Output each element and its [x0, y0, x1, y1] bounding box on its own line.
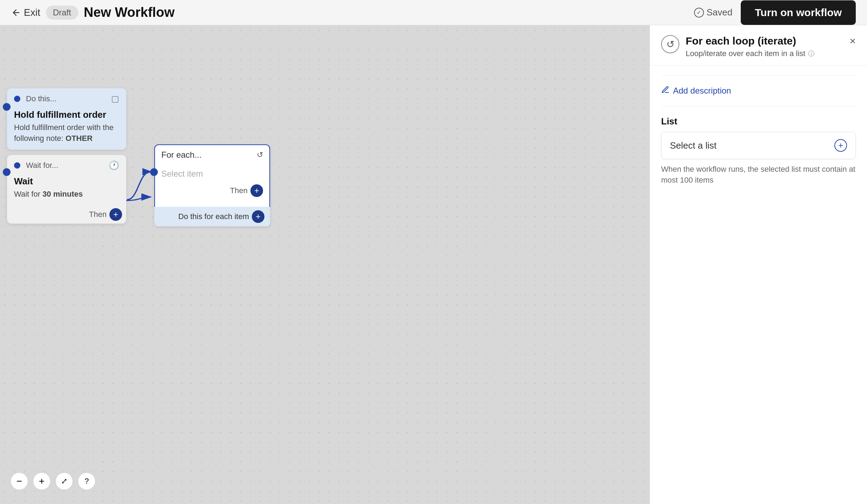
do-this-label-row: Do this... — [14, 94, 56, 103]
panel-icon-title: ↺ For each loop (iterate) Loop/iterate o… — [661, 35, 814, 58]
foreach-select-placeholder: Select item — [161, 169, 263, 179]
add-desc-icon — [661, 86, 670, 96]
panel-title-block: For each loop (iterate) Loop/iterate ove… — [686, 35, 814, 58]
foreach-body: Select item Then + — [155, 165, 269, 207]
wait-body: Wait Wait for 30 minutes — [7, 173, 126, 205]
wait-dot — [14, 162, 20, 169]
do-this-header: Do this... ▢ — [7, 88, 126, 107]
add-desc-label: Add description — [673, 86, 731, 96]
wait-add-button[interactable]: + — [109, 208, 122, 221]
wait-footer: Then + — [7, 205, 126, 224]
foreach-left-dot — [150, 168, 158, 176]
do-this-title: Hold fulfillment order — [14, 109, 119, 120]
wait-then-label: Then — [89, 210, 107, 219]
foreach-then-row: Then + — [161, 184, 263, 197]
header-left: Exit Draft New Workflow — [11, 5, 175, 20]
wait-title: Wait — [14, 176, 119, 187]
canvas-controls: − + ⤢ ? — [11, 472, 95, 490]
saved-text: Saved — [707, 7, 733, 18]
panel-hint: When the workflow runs, the selected lis… — [661, 164, 856, 186]
wait-label: Wait for... — [26, 161, 58, 170]
do-this-dot — [14, 96, 20, 102]
wait-icon: 🕐 — [109, 161, 119, 170]
do-this-icon: ▢ — [111, 94, 119, 104]
select-list-box[interactable]: Select a list + — [661, 132, 856, 159]
do-this-node: Do this... ▢ Hold fulfillment order Hold… — [7, 88, 126, 150]
do-this-desc-bold: OTHER — [66, 134, 93, 143]
panel-divider2 — [661, 106, 856, 106]
saved-status: ✓ Saved — [694, 7, 733, 18]
do-this-desc-prefix: Hold fulfillment order with the followin… — [14, 123, 114, 143]
foreach-refresh-icon[interactable]: ↺ — [257, 150, 263, 159]
do-this-label: Do this... — [26, 94, 56, 103]
wait-node: Wait for... 🕐 Wait Wait for 30 minutes T… — [7, 155, 126, 224]
panel-title: For each loop (iterate) — [686, 35, 814, 47]
header: Exit Draft New Workflow ✓ Saved Turn on … — [0, 0, 867, 25]
wait-left-dot — [3, 168, 11, 176]
panel-loop-icon: ↺ — [661, 35, 679, 53]
exit-icon — [11, 8, 21, 18]
wait-desc-bold: 30 minutes — [42, 190, 83, 198]
help-button[interactable]: ? — [78, 472, 95, 490]
panel-close-button[interactable]: × — [849, 35, 856, 47]
turn-on-button[interactable]: Turn on workflow — [741, 0, 856, 25]
zoom-in-button[interactable]: + — [33, 472, 51, 490]
list-section-label: List — [661, 116, 856, 127]
panel-subtitle-text: Loop/iterate over each item in a list — [686, 49, 805, 58]
info-icon: ⓘ — [808, 49, 814, 58]
saved-check-icon: ✓ — [694, 8, 704, 18]
foreach-label: For each... — [161, 150, 202, 160]
panel-subtitle: Loop/iterate over each item in a list ⓘ — [686, 49, 814, 58]
do-this-body: Hold fulfillment order Hold fulfillment … — [7, 107, 126, 150]
fit-screen-button[interactable]: ⤢ — [55, 472, 73, 490]
panel-body: Add description List Select a list + Whe… — [650, 66, 867, 196]
foreach-then-add[interactable]: + — [250, 184, 263, 197]
select-list-text: Select a list — [670, 140, 717, 151]
do-this-left-dot — [3, 103, 11, 111]
foreach-footer-add[interactable]: + — [252, 210, 264, 223]
exit-button[interactable]: Exit — [11, 7, 40, 18]
panel-top-bar: ↺ For each loop (iterate) Loop/iterate o… — [650, 25, 867, 66]
panel-divider — [661, 75, 856, 76]
foreach-footer-label: Do this for each item — [178, 212, 249, 221]
foreach-then-label: Then — [230, 186, 248, 195]
foreach-footer: Do this for each item + — [154, 207, 270, 226]
foreach-node[interactable]: For each... ↺ Select item Then + Do this… — [154, 144, 270, 226]
header-right: ✓ Saved Turn on workflow — [694, 0, 856, 25]
wait-label-row: Wait for... — [14, 161, 58, 170]
do-this-desc: Hold fulfillment order with the followin… — [14, 122, 119, 144]
exit-label: Exit — [24, 7, 40, 18]
right-panel: ↺ For each loop (iterate) Loop/iterate o… — [650, 25, 867, 504]
wait-desc: Wait for 30 minutes — [14, 189, 119, 200]
wait-header: Wait for... 🕐 — [7, 155, 126, 173]
select-list-plus-icon[interactable]: + — [834, 139, 847, 152]
add-description-button[interactable]: Add description — [661, 86, 731, 96]
draft-badge: Draft — [46, 6, 78, 20]
foreach-header: For each... ↺ — [155, 145, 269, 165]
workflow-title: New Workflow — [84, 5, 175, 20]
wait-desc-prefix: Wait for — [14, 190, 40, 198]
zoom-out-button[interactable]: − — [11, 472, 28, 490]
